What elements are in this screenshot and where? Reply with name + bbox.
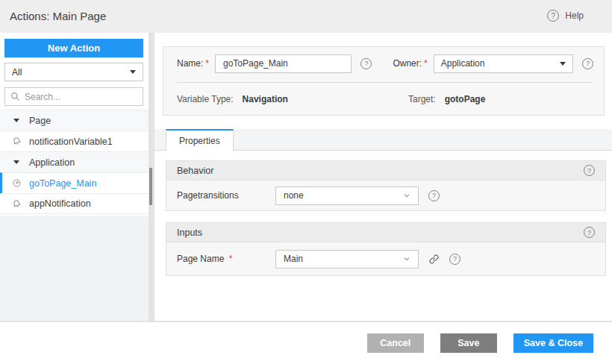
save-button[interactable]: Save bbox=[440, 333, 497, 353]
page-name-label: Page Name * bbox=[177, 254, 275, 264]
navigation-action-icon bbox=[11, 178, 22, 188]
panel-divider bbox=[177, 82, 592, 83]
action-detail-panel: Name: * Owner: * Application Variable Ty… bbox=[154, 33, 612, 321]
owner-help-icon[interactable] bbox=[582, 58, 593, 69]
footer-bar: Cancel Save Save & Close bbox=[0, 322, 612, 364]
help-label: Help bbox=[565, 10, 584, 21]
filter-select-value: All bbox=[12, 67, 22, 78]
tree-group-label: Page bbox=[29, 116, 51, 126]
variable-type-value: Navigation bbox=[243, 94, 288, 104]
target-value: gotoPage bbox=[445, 94, 486, 104]
scrollbar-thumb[interactable] bbox=[149, 168, 152, 205]
save-and-close-button[interactable]: Save & Close bbox=[513, 333, 593, 353]
inputs-help-icon[interactable] bbox=[584, 227, 595, 238]
tree-item-notificationVariable1[interactable]: notificationVariable1 bbox=[0, 131, 149, 151]
pagetransitions-label: Pagetransitions bbox=[177, 190, 275, 201]
cancel-button[interactable]: Cancel bbox=[367, 333, 424, 353]
behavior-title: Behavior bbox=[177, 166, 213, 176]
tree-item-label: appNotification bbox=[29, 198, 91, 209]
inputs-title: Inputs bbox=[177, 228, 202, 238]
dropdown-caret-icon bbox=[130, 70, 136, 74]
tab-bar: Properties bbox=[154, 129, 612, 151]
behavior-section-body: Pagetransitions none bbox=[166, 181, 605, 210]
name-input[interactable] bbox=[215, 54, 352, 73]
search-box[interactable] bbox=[4, 87, 143, 106]
dropdown-caret-icon bbox=[560, 62, 566, 66]
required-marker: * bbox=[229, 254, 233, 264]
name-help-icon[interactable] bbox=[360, 58, 372, 69]
behavior-section: Behavior Pagetransitions none bbox=[166, 160, 606, 211]
chevron-down-icon bbox=[13, 119, 19, 122]
tree-group-label: Application bbox=[29, 157, 75, 168]
chevron-down-icon bbox=[403, 255, 410, 263]
pagetransitions-dropdown[interactable]: none bbox=[275, 186, 419, 205]
owner-select[interactable]: Application bbox=[434, 54, 573, 73]
required-marker: * bbox=[205, 58, 209, 69]
behavior-help-icon[interactable] bbox=[584, 165, 595, 176]
tree-group-page[interactable]: Page bbox=[0, 110, 149, 131]
actions-tree: Page notificationVariable1 Application bbox=[0, 110, 149, 214]
dialog-header: Actions: Main Page Help bbox=[0, 0, 612, 33]
page-title: Actions: Main Page bbox=[10, 10, 106, 22]
tree-item-label: notificationVariable1 bbox=[29, 136, 113, 147]
sidebar-filler bbox=[0, 216, 149, 321]
inputs-section: Inputs Page Name * Main bbox=[166, 222, 606, 276]
tree-item-goToPage_Main[interactable]: goToPage_Main bbox=[0, 172, 149, 193]
owner-label: Owner: bbox=[393, 58, 422, 69]
page-name-value: Main bbox=[284, 254, 303, 264]
behavior-section-header: Behavior bbox=[166, 161, 605, 181]
help-question-icon bbox=[547, 10, 559, 22]
search-icon bbox=[10, 92, 20, 101]
variable-type-label: Variable Type: bbox=[177, 94, 234, 104]
pagetransitions-help-icon[interactable] bbox=[428, 190, 440, 201]
name-label: Name: bbox=[177, 58, 203, 69]
pagetransitions-value: none bbox=[284, 190, 304, 201]
tab-properties[interactable]: Properties bbox=[166, 129, 234, 151]
help-button[interactable]: Help bbox=[547, 10, 584, 22]
target-label: Target: bbox=[408, 94, 436, 104]
tab-label: Properties bbox=[179, 136, 220, 146]
actions-sidebar: New Action All Page notificationVariable… bbox=[0, 33, 149, 321]
action-summary-panel: Name: * Owner: * Application Variable Ty… bbox=[163, 46, 605, 116]
link-icon bbox=[428, 254, 440, 265]
chevron-down-icon bbox=[13, 160, 19, 164]
inputs-section-header: Inputs bbox=[166, 223, 605, 242]
new-action-button[interactable]: New Action bbox=[4, 39, 143, 57]
notification-bell-icon bbox=[11, 199, 22, 209]
inputs-section-body: Page Name * Main bbox=[166, 242, 605, 275]
tree-item-appNotification[interactable]: appNotification bbox=[0, 193, 149, 214]
required-marker: * bbox=[424, 58, 428, 69]
page-name-help-icon[interactable] bbox=[449, 254, 460, 265]
bind-link-button[interactable] bbox=[428, 254, 440, 265]
search-input[interactable] bbox=[25, 92, 137, 102]
owner-select-value: Application bbox=[441, 58, 485, 69]
filter-select[interactable]: All bbox=[4, 63, 143, 81]
tree-item-label: goToPage_Main bbox=[29, 178, 96, 189]
page-name-label-text: Page Name bbox=[177, 254, 224, 264]
sidebar-scrollbar[interactable] bbox=[149, 33, 154, 321]
tree-group-application[interactable]: Application bbox=[0, 151, 149, 172]
chevron-down-icon bbox=[403, 192, 410, 199]
notification-bell-icon bbox=[11, 136, 22, 146]
page-name-dropdown[interactable]: Main bbox=[275, 250, 419, 269]
